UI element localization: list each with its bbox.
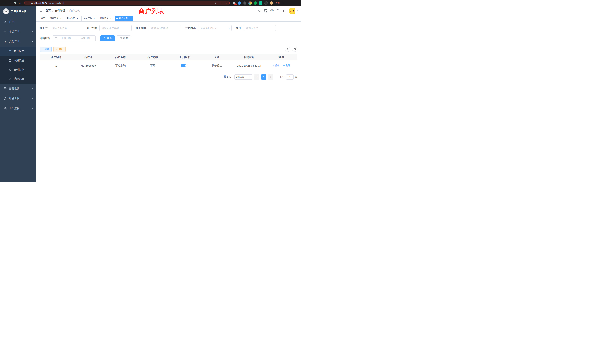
column-remark: 备注 (201, 54, 233, 60)
field-label: 开启状态 (185, 26, 196, 30)
sidebar-item-payment[interactable]: ¥ 支付管理 (0, 36, 36, 46)
font-size-button[interactable]: TT (283, 9, 285, 12)
extension-gray-icon[interactable] (243, 1, 246, 5)
extension-green-check-icon[interactable]: ✓ (254, 1, 257, 5)
extensions-area: 10 ✓ (232, 1, 273, 5)
tab-user-group[interactable]: 用户分组 × (65, 16, 80, 21)
tab-merchant-info[interactable]: 商户信息 × (115, 16, 133, 21)
pagination-total: 共1 条 (224, 75, 231, 79)
plus-icon: + (42, 48, 44, 50)
app-logo[interactable]: 芋道管理系统 (0, 6, 36, 17)
tab-refund-order[interactable]: 退款订单 × (98, 16, 114, 21)
sidebar-item-system[interactable]: 系统管理 (0, 26, 36, 36)
browser-home-button[interactable]: ⌂ (17, 0, 23, 6)
tab-close-icon[interactable]: × (129, 17, 131, 20)
fullscreen-button[interactable] (277, 9, 280, 12)
tags-view: 首页 流程表单 × 用户分组 × 支付订单 × 退款订单 × (36, 15, 301, 22)
tab-pay-order[interactable]: 支付订单 × (81, 16, 97, 21)
sidebar-item-label: 基础设施 (9, 87, 20, 90)
date-separator: - (76, 37, 76, 40)
remark-input[interactable] (244, 25, 276, 31)
add-button[interactable]: + 新增 (40, 46, 52, 52)
tab-close-icon[interactable]: × (93, 17, 96, 20)
header-search-button[interactable] (258, 9, 261, 12)
sidebar-item-merchant-info[interactable]: 商户信息 (0, 46, 36, 56)
sidebar-item-refund-order[interactable]: 退款订单 (0, 74, 36, 84)
sidebar-item-devtools[interactable]: 研发工具 (0, 94, 36, 104)
page-size-select[interactable]: 10条/页 ▾ (235, 74, 252, 79)
breadcrumb-separator: / (67, 9, 68, 12)
browser-forward-button[interactable]: → (7, 0, 12, 6)
browser-chrome: ← → ↻ ⌂ ⓘ localhost:1024 /pay/merchant ☆… (0, 0, 301, 6)
sidebar-item-pay-order[interactable]: 支付订单 (0, 65, 36, 74)
bookmark-star-icon[interactable]: ☆ (225, 2, 227, 5)
delete-link[interactable]: 删除 (283, 64, 290, 67)
edit-link[interactable]: 修改 (272, 64, 280, 67)
toggle-search-button[interactable] (285, 46, 290, 52)
caret-down-icon: ▾ (297, 10, 298, 12)
sidebar-item-home[interactable]: 首页 (0, 17, 36, 26)
short-name-input[interactable] (149, 25, 181, 31)
share-icon[interactable] (220, 2, 222, 4)
sidebar-item-app-info[interactable]: 应用信息 (0, 56, 36, 65)
yen-icon: ¥ (4, 40, 7, 43)
table-toolbar: + 新增 导出 (40, 46, 297, 52)
page-content: 商户号 商户全称 商户简称 开启状态 请选择开启状态 (36, 22, 301, 182)
column-actions: 操作 (265, 54, 298, 60)
goto-label: 前往 (280, 75, 285, 79)
export-button[interactable]: 导出 (53, 46, 66, 52)
next-page-button[interactable]: › (268, 74, 273, 79)
tab-close-icon[interactable]: × (109, 17, 112, 20)
date-range-picker[interactable]: 开始日期 - 结束日期 (53, 35, 96, 41)
extension-avatar-icon[interactable] (270, 1, 273, 5)
pagination: 共1 条 10条/页 ▾ ‹ 1 › 前往 页 (40, 74, 297, 79)
url-bar[interactable]: ⓘ localhost:1024 /pay/merchant ☆ (24, 1, 230, 5)
annotation-merchant-list: 商户列表 (139, 7, 165, 15)
breadcrumb-payment[interactable]: 支付管理 (55, 9, 65, 12)
filter-remark: 备注 (236, 25, 276, 31)
chevron-up-icon (31, 40, 33, 43)
cell-create-time: 2021-10-23 08:31:14 (233, 60, 265, 71)
reset-button[interactable]: 重置 (117, 35, 131, 41)
goto-page-input[interactable] (286, 74, 294, 79)
browser-update-button[interactable]: 更新 (275, 1, 280, 5)
tab-close-icon[interactable]: × (60, 17, 62, 20)
github-button[interactable] (264, 9, 268, 13)
help-button[interactable]: ? (270, 9, 274, 12)
refresh-table-button[interactable] (292, 46, 297, 52)
tab-process-form[interactable]: 流程表单 × (48, 16, 64, 21)
site-info-icon[interactable]: ⓘ (27, 1, 29, 5)
extension-blue-icon[interactable] (238, 1, 241, 5)
search-button[interactable]: 搜索 (100, 35, 115, 41)
column-status: 开启状态 (169, 54, 201, 60)
page-1-button[interactable]: 1 (261, 74, 266, 79)
user-menu[interactable]: ▾ (289, 8, 298, 14)
status-toggle[interactable] (181, 64, 189, 67)
tab-home[interactable]: 首页 (39, 16, 47, 21)
extension-green-square-icon[interactable] (259, 1, 262, 5)
status-select[interactable]: 请选择开启状态 ▾ (198, 25, 232, 31)
sidebar-toggle-button[interactable] (39, 9, 43, 12)
extension-dark-icon[interactable] (265, 1, 268, 5)
browser-menu-button[interactable]: ⋮ (281, 1, 285, 5)
chevron-down-icon (31, 87, 33, 90)
extensions-puzzle-icon[interactable]: 10 (232, 1, 236, 5)
column-short-name: 商户简称 (137, 54, 169, 60)
browser-back-button[interactable]: ← (2, 0, 7, 6)
merchant-name-input[interactable] (99, 25, 132, 31)
check-icon: ✓ (255, 2, 256, 4)
date-end-input[interactable]: 结束日期 (77, 37, 94, 40)
merchant-no-input[interactable] (50, 25, 82, 31)
tab-close-icon[interactable]: × (76, 17, 79, 20)
sidebar-item-workflow[interactable]: 工作流程 (0, 104, 36, 114)
browser-reload-button[interactable]: ↻ (12, 0, 17, 6)
trash-icon (283, 64, 285, 66)
extension-multicolor-icon[interactable] (248, 1, 252, 5)
date-start-input[interactable]: 开始日期 (58, 37, 75, 40)
total-text: 1 条 (227, 75, 231, 78)
password-key-icon[interactable] (215, 2, 217, 4)
link-label: 删除 (286, 64, 290, 67)
prev-page-button[interactable]: ‹ (254, 74, 259, 79)
sidebar-item-infrastructure[interactable]: 基础设施 (0, 84, 36, 94)
breadcrumb-home[interactable]: 首页 (46, 9, 51, 12)
